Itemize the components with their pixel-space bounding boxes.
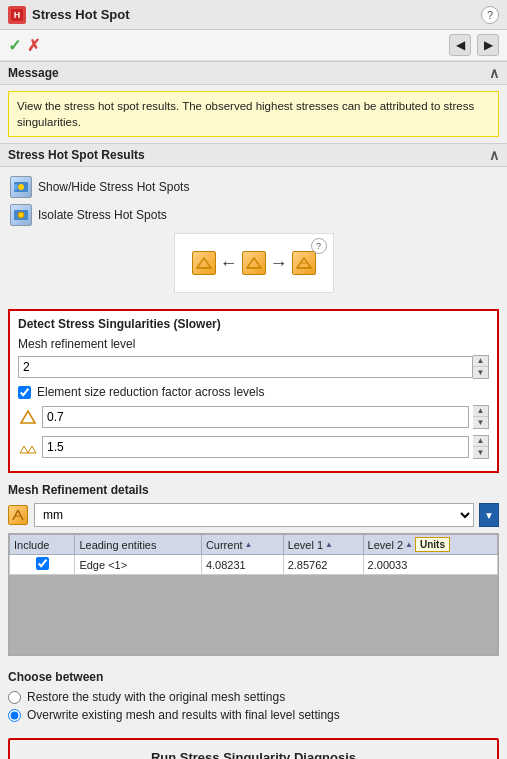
col-level1-label: Level 1	[288, 539, 323, 551]
arrow-icons-group: ← →	[192, 251, 316, 275]
svg-point-3	[18, 184, 24, 190]
triangle-icon	[18, 407, 38, 427]
col-current: Current ▲	[201, 535, 283, 555]
col-include: Include	[10, 535, 75, 555]
choose-between-section: Choose between Restore the study with th…	[0, 662, 507, 730]
unit-dropdown-row: mm cm m in ft ▼	[8, 503, 499, 527]
units-badge: Units	[415, 537, 450, 552]
unit-dropdown[interactable]: mm cm m in ft	[34, 503, 474, 527]
level2-sort-icon: ▲	[405, 540, 413, 549]
run-button[interactable]: Run Stress Singularity Diagnosis	[10, 740, 497, 759]
value2-spinners: ▲ ▼	[473, 435, 489, 459]
svg-line-22	[13, 510, 18, 520]
col-current-label: Current	[206, 539, 243, 551]
option2-radio[interactable]	[8, 709, 21, 722]
value1-spinners: ▲ ▼	[473, 405, 489, 429]
isolate-icon	[10, 204, 32, 226]
mesh-refinement-up-button[interactable]: ▲	[473, 356, 488, 367]
svg-rect-4	[14, 184, 17, 190]
table-row: Edge <1> 4.08231 2.85762 2.00033	[10, 555, 498, 575]
element-size-checkbox[interactable]	[18, 386, 31, 399]
cancel-button[interactable]: ✗	[27, 36, 40, 55]
value1-input[interactable]	[42, 406, 469, 428]
option1-radio[interactable]	[8, 691, 21, 704]
svg-marker-9	[247, 258, 261, 268]
title-icon: H	[8, 6, 26, 24]
col-leading-entities-label: Leading entities	[79, 539, 156, 551]
toolbar: ✓ ✗ ◀ ▶	[0, 30, 507, 61]
stress-results-label: Stress Hot Spot Results	[8, 148, 145, 162]
value2-down-button[interactable]: ▼	[473, 447, 488, 458]
row-include-checkbox[interactable]	[36, 557, 49, 570]
svg-line-16	[300, 258, 304, 263]
stress-results-section-header: Stress Hot Spot Results ∧	[0, 143, 507, 167]
svg-line-12	[254, 258, 261, 268]
diagram-help-icon[interactable]: ?	[311, 238, 327, 254]
mesh-details-title: Mesh Refinement details	[8, 483, 499, 497]
singularity-title: Detect Stress Singularities (Slower)	[18, 317, 489, 331]
mesh-refinement-down-button[interactable]: ▼	[473, 367, 488, 378]
option1-row: Restore the study with the original mesh…	[8, 690, 499, 704]
dropdown-arrow-icon[interactable]: ▼	[479, 503, 499, 527]
element-size-checkbox-row: Element size reduction factor across lev…	[18, 385, 489, 399]
col-level2: Level 2 ▲ Units	[363, 535, 497, 555]
show-hide-button[interactable]: Show/Hide Stress Hot Spots	[8, 173, 499, 201]
svg-marker-19	[21, 411, 35, 423]
mesh-details-section: Mesh Refinement details mm cm m in ft ▼	[0, 479, 507, 662]
message-text: View the stress hot spot results. The ob…	[17, 100, 474, 128]
isolate-button[interactable]: Isolate Stress Hot Spots	[8, 201, 499, 229]
help-icon[interactable]: ?	[481, 6, 499, 24]
svg-marker-21	[28, 446, 36, 453]
svg-line-11	[247, 258, 254, 268]
table-empty-area	[9, 575, 498, 655]
col-level1: Level 1 ▲	[283, 535, 363, 555]
svg-line-23	[18, 510, 23, 520]
value1-up-button[interactable]: ▲	[473, 406, 488, 417]
mesh-icon-right	[292, 251, 316, 275]
title-text: Stress Hot Spot	[32, 7, 130, 22]
message-collapse-button[interactable]: ∧	[489, 66, 499, 80]
element-size-label: Element size reduction factor across lev…	[37, 385, 264, 399]
mesh-refinement-label: Mesh refinement level	[18, 337, 489, 351]
title-bar: H Stress Hot Spot ?	[0, 0, 507, 30]
option2-label: Overwrite existing mesh and results with…	[27, 708, 340, 722]
back-button[interactable]: ◀	[449, 34, 471, 56]
mesh-refinement-spinners: ▲ ▼	[473, 355, 489, 379]
svg-marker-7	[197, 258, 211, 268]
choose-between-title: Choose between	[8, 670, 499, 684]
stress-results-collapse-button[interactable]: ∧	[489, 148, 499, 162]
data-table: Include Leading entities Current ▲	[9, 534, 498, 575]
message-section-header: Message ∧	[0, 61, 507, 85]
option2-row: Overwrite existing mesh and results with…	[8, 708, 499, 722]
option1-label: Restore the study with the original mesh…	[27, 690, 285, 704]
value2-input[interactable]	[42, 436, 469, 458]
confirm-button[interactable]: ✓	[8, 36, 21, 55]
col-level2-label: Level 2	[368, 539, 403, 551]
cell-level2: 2.00033	[363, 555, 497, 575]
mesh-refinement-input-row: ▲ ▼	[18, 355, 489, 379]
data-table-container: Include Leading entities Current ▲	[8, 533, 499, 656]
forward-button[interactable]: ▶	[477, 34, 499, 56]
unit-dropdown-icon	[8, 505, 28, 525]
results-panel: Show/Hide Stress Hot Spots Isolate Stres…	[0, 167, 507, 303]
show-hide-label: Show/Hide Stress Hot Spots	[38, 180, 189, 194]
mesh-icon-mid	[242, 251, 266, 275]
run-button-container: Run Stress Singularity Diagnosis	[8, 738, 499, 759]
value2-up-button[interactable]: ▲	[473, 436, 488, 447]
value2-row: ▲ ▼	[18, 435, 489, 459]
col-include-label: Include	[14, 539, 49, 551]
mesh-icon-left	[192, 251, 216, 275]
arrow-diagram: ? ← →	[174, 233, 334, 293]
left-arrow-symbol: ←	[220, 253, 238, 274]
cell-current: 4.08231	[201, 555, 283, 575]
double-triangle-icon	[18, 437, 38, 457]
col-leading-entities: Leading entities	[75, 535, 202, 555]
cell-level1: 2.85762	[283, 555, 363, 575]
cell-include	[10, 555, 75, 575]
mesh-refinement-input[interactable]	[18, 356, 473, 378]
value1-row: ▲ ▼	[18, 405, 489, 429]
level1-sort-icon: ▲	[325, 540, 333, 549]
value1-down-button[interactable]: ▼	[473, 417, 488, 428]
svg-marker-20	[20, 446, 28, 453]
singularity-box: Detect Stress Singularities (Slower) Mes…	[8, 309, 499, 473]
